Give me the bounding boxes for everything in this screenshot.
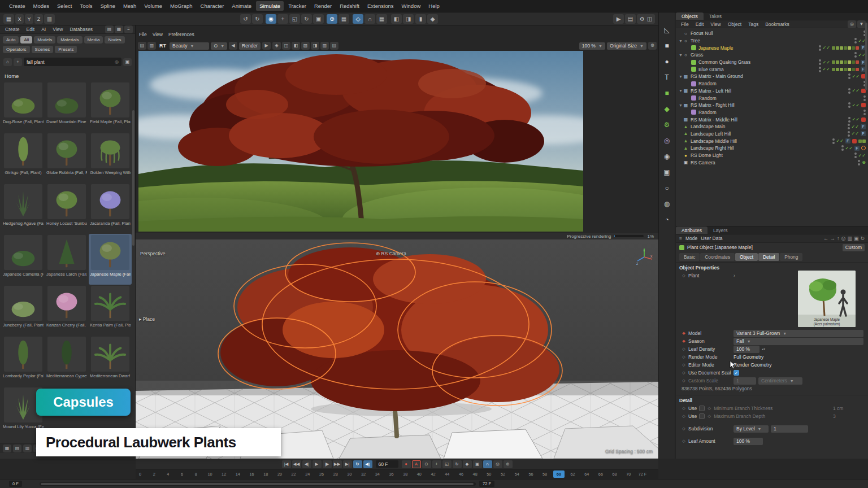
field-tag[interactable]: F [845,138,850,143]
menu-spline[interactable]: Spline [97,1,119,11]
menu-mograph[interactable]: MoGraph [167,1,196,11]
use-document-scale-checkbox[interactable]: ✓ [734,370,739,376]
capsule-icon[interactable]: ◆ [427,14,438,24]
record-button[interactable]: ● [402,460,411,468]
snapshot-icon[interactable]: ▤ [138,42,146,50]
field-icon[interactable]: ◉ [662,151,672,162]
cube-primitive-icon[interactable]: ■ [662,41,672,51]
visibility-toggles[interactable] [863,95,866,101]
section-tab-basic[interactable]: Basic [679,253,700,261]
filter-auto[interactable]: Auto [3,36,19,43]
asset-item[interactable]: Ginkgo (Fall, Plant) [2,132,45,183]
ab-view-icon[interactable]: ▤ [105,25,114,33]
magnet-button[interactable]: ∩ [483,460,492,468]
enabled-check[interactable]: ✓✓ [845,146,853,151]
tag-tool-icon[interactable]: ◔ [662,215,672,225]
attr-mode-menu[interactable]: Mode [685,236,697,241]
asset-item[interactable]: Hedgehog Agave (Fall... [2,183,45,234]
section-tab-detail[interactable]: Detail [758,253,779,261]
object-manager-scrollbar[interactable] [865,23,867,90]
asset-menu-create[interactable]: Create [2,26,23,33]
menu-mesh[interactable]: Mesh [120,1,140,11]
material-tool-icon[interactable]: ◍ [662,199,672,209]
render-view-icon[interactable]: ▶ [613,14,624,24]
om-menu-bookmarks[interactable]: Bookmarks [762,21,792,28]
tree-row[interactable]: ▲Landscape Right Hill✓✓F [676,145,868,152]
material-tags[interactable] [832,46,859,50]
asset-menu-ai[interactable]: AI [38,26,49,33]
asset-item[interactable]: Japanese Maple (Fall, ... [89,234,132,285]
leaf-density-field[interactable]: 100 % [734,346,760,353]
visibility-toggles[interactable] [863,110,866,115]
tree-row[interactable]: ▼○Tree✓✓ [676,37,868,45]
render-mode-dropdown[interactable]: Full Geometry [734,354,763,360]
asset-item[interactable]: Dwarf Mountain Pine (... [45,81,88,132]
menu-modes[interactable]: Modes [30,1,53,11]
tree-row[interactable]: ▼▦RS Matrix - Main Ground✓✓ [676,73,868,80]
tree-row[interactable]: ▼▦RS Matrix - Right Hill✓✓ [676,102,868,109]
position-record-button[interactable]: + [432,460,441,468]
subdivision-value-field[interactable]: 1 [771,425,808,433]
use-checkbox[interactable] [699,406,705,411]
coordinate-system-icon[interactable]: ▦ [3,14,14,24]
om-menu-object[interactable]: Object [725,21,745,28]
visibility-toggles[interactable] [854,152,857,158]
asset-menu-databases[interactable]: Databases [67,26,96,33]
ab-sort-icon[interactable]: ▥ [23,445,32,452]
asset-item[interactable]: Japanese Larch (Fall, Pl... [45,234,88,285]
menu-tracker[interactable]: Tracker [285,1,310,11]
asset-item[interactable]: Honey Locust 'Sunbur... [45,183,88,234]
layout-icon[interactable]: ◫ [644,14,655,24]
selection-tag[interactable] [861,146,866,150]
om-menu-view[interactable]: View [708,21,723,28]
filter-operators[interactable]: Operators [3,46,30,53]
leaf-amount-field[interactable]: 100 % [734,438,763,445]
false-color-icon[interactable]: ▧ [301,42,310,50]
snap-icon[interactable]: ◇ [353,14,363,24]
editor-mode-dropdown[interactable]: Render Geometry [734,362,772,368]
menu-tools[interactable]: Tools [76,1,96,11]
scale-record-button[interactable]: ◱ [442,460,452,468]
enabled-check[interactable]: ✓✓ [823,45,830,50]
custom-scale-field[interactable]: 1 [734,377,756,385]
ab-grid-view-icon[interactable]: ▦ [3,445,11,452]
ab-list-view-icon[interactable]: ▤ [13,445,21,452]
attr-search-icon[interactable]: ◎ [841,236,846,241]
sound-button[interactable]: ◀) [363,460,372,468]
asset-item[interactable]: Kanzan Cherry (Fall, Pl... [45,285,88,336]
om-menu-file[interactable]: File [678,21,692,28]
jump-start-button[interactable]: |◀ [282,460,291,468]
enabled-check[interactable]: ✓✓ [852,103,860,108]
attr-filter-icon[interactable]: ▥ [847,236,852,241]
attr-refresh-icon[interactable]: ↻ [860,236,865,241]
asset-item[interactable]: Japanese Camellia (Fal... [2,234,45,285]
enabled-check[interactable]: ✓✓ [852,124,859,129]
menu-help[interactable]: Help [425,1,443,11]
enabled-check[interactable]: ✓✓ [836,138,844,143]
menu-select[interactable]: Select [54,1,75,11]
enabled-check[interactable]: ✓✓ [823,60,830,65]
enabled-check[interactable]: ✓✓ [858,53,866,58]
attr-lock-icon[interactable]: ▣ [854,236,859,241]
tree-row[interactable]: ▼▦RS Matrix - Left Hill✓✓ [676,88,868,95]
tree-row[interactable]: ▲Landscape Main✓✓F [676,123,868,130]
camera-target-tag[interactable]: ⊕ [862,160,866,165]
search-input-field[interactable] [27,59,112,65]
asset-item[interactable]: Juneberry (Fall, Plant) [2,285,45,336]
menu-window[interactable]: Window [398,1,424,11]
asset-grid-scrollbar[interactable] [132,110,134,246]
loop-button[interactable]: ↻ [353,460,362,468]
enabled-check[interactable]: ✓✓ [852,117,860,122]
solo-button[interactable]: ◎ [493,460,502,468]
add-path-icon[interactable]: + [14,58,22,66]
tab-layers[interactable]: Layers [708,226,734,234]
asset-item[interactable]: Mediterranean Dwarf ... [89,336,132,386]
size-mode-dropdown[interactable]: Original Size▼ [607,42,646,50]
playhead[interactable]: 60 [553,470,565,478]
tree-row[interactable]: ▲Landscape Left Hill✓✓F [676,130,868,138]
rotate-tool-icon[interactable]: ↻ [301,14,312,24]
tree-row[interactable]: ▲Landscape Middle Hill✓✓F [676,137,868,145]
ab-layout-icon[interactable]: ▦ [115,25,123,33]
menu-extensions[interactable]: Extensions [364,1,397,11]
tree-row[interactable]: ●RS Dome Light✓✓ [676,152,868,159]
